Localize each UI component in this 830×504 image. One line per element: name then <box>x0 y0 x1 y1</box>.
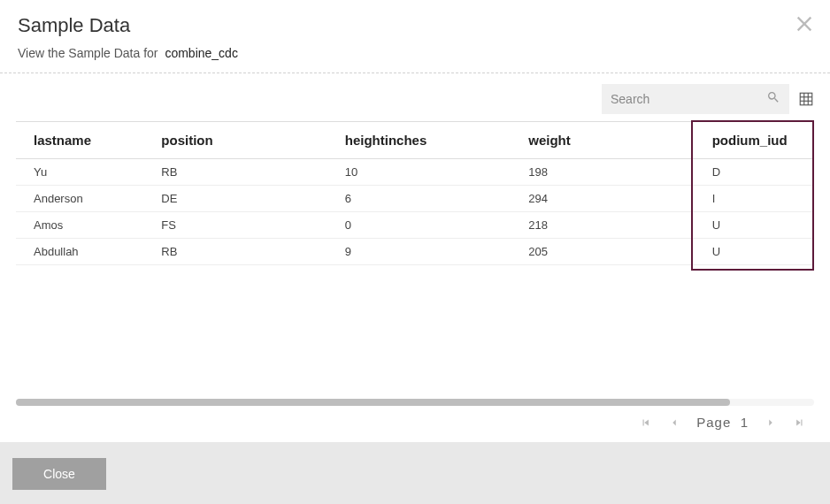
table-row: Anderson DE 6 294 I <box>16 186 814 212</box>
modal-title: Sample Data <box>18 14 812 37</box>
search-box <box>602 84 789 114</box>
cell-position: RB <box>143 159 327 186</box>
search-input[interactable] <box>602 84 789 114</box>
cell-lastname: Amos <box>16 212 143 239</box>
cell-lastname: Abdullah <box>16 239 143 265</box>
cell-podium-iud: I <box>695 186 814 212</box>
cell-heightinches: 6 <box>327 186 511 212</box>
cell-weight: 205 <box>511 239 694 265</box>
modal-subtitle: View the Sample Data for combine_cdc <box>18 46 812 60</box>
column-picker-icon[interactable] <box>798 91 814 107</box>
dataset-name: combine_cdc <box>165 46 238 60</box>
sample-data-modal: Sample Data View the Sample Data for com… <box>0 0 830 504</box>
cell-podium-iud: D <box>695 159 814 186</box>
cell-heightinches: 10 <box>327 159 511 186</box>
data-table: lastname position heightinches weight po… <box>16 121 814 265</box>
cell-lastname: Anderson <box>16 186 143 212</box>
scrollbar-thumb[interactable] <box>16 399 730 406</box>
last-page-icon[interactable] <box>793 416 805 429</box>
close-icon[interactable] <box>795 14 814 37</box>
page-label: Page 1 <box>696 415 749 430</box>
table-row: Amos FS 0 218 U <box>16 212 814 239</box>
footer-bar: Close <box>0 442 830 504</box>
close-button[interactable]: Close <box>12 458 106 490</box>
subtitle-prefix: View the Sample Data for <box>18 46 158 60</box>
cell-position: DE <box>143 186 327 212</box>
footer-area: Page 1 <box>0 399 830 442</box>
col-header-podium-iud[interactable]: podium_iud <box>695 122 814 159</box>
toolbar <box>0 73 830 121</box>
col-header-position[interactable]: position <box>143 122 327 159</box>
modal-header: Sample Data View the Sample Data for com… <box>0 0 830 73</box>
cell-position: FS <box>143 212 327 239</box>
cell-weight: 294 <box>511 186 694 212</box>
horizontal-scrollbar[interactable] <box>16 399 814 406</box>
cell-weight: 198 <box>511 159 694 186</box>
cell-heightinches: 9 <box>327 239 511 265</box>
table-row: Yu RB 10 198 D <box>16 159 814 186</box>
table-container: lastname position heightinches weight po… <box>0 121 830 399</box>
col-header-weight[interactable]: weight <box>511 122 694 159</box>
col-header-lastname[interactable]: lastname <box>16 122 143 159</box>
table-header-row: lastname position heightinches weight po… <box>16 122 814 159</box>
cell-podium-iud: U <box>695 212 814 239</box>
cell-lastname: Yu <box>16 159 143 186</box>
cell-podium-iud: U <box>695 239 814 265</box>
cell-weight: 218 <box>511 212 694 239</box>
prev-page-icon[interactable] <box>668 416 680 429</box>
svg-rect-2 <box>800 93 812 105</box>
table-row: Abdullah RB 9 205 U <box>16 239 814 265</box>
next-page-icon[interactable] <box>765 416 777 429</box>
col-header-heightinches[interactable]: heightinches <box>327 122 511 159</box>
first-page-icon[interactable] <box>640 416 652 429</box>
pagination: Page 1 <box>16 415 814 430</box>
cell-position: RB <box>143 239 327 265</box>
cell-heightinches: 0 <box>327 212 511 239</box>
